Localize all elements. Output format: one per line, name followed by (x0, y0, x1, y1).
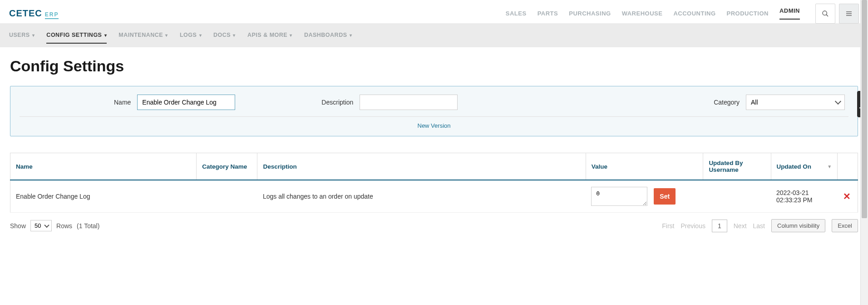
subnav-config-settings[interactable]: CONFIG SETTINGS ▾ (46, 32, 107, 44)
filter-category-select[interactable]: All (746, 95, 845, 110)
logo-main: CETEC (9, 8, 42, 19)
svg-point-0 (823, 11, 827, 15)
filter-panel: Name Description Category All New Versio… (10, 86, 858, 136)
scrollbar-thumb[interactable] (862, 0, 867, 218)
subnav-maintenance[interactable]: MAINTENANCE ▾ (118, 32, 168, 39)
filter-name-label: Name (114, 99, 131, 106)
table-footer: Show 50 Rows (1 Total) First Previous 1 … (10, 213, 858, 239)
new-version-link[interactable]: New Version (418, 122, 451, 129)
topnav-sales[interactable]: SALES (506, 10, 527, 17)
topnav-production[interactable]: PRODUCTION (727, 10, 769, 17)
cell-delete: ✕ (838, 180, 858, 213)
column-visibility-button[interactable]: Column visibility (771, 219, 825, 232)
cell-value: Set (586, 180, 703, 213)
th-updated-on[interactable]: Updated On ▼ (771, 153, 838, 180)
th-updated-by[interactable]: Updated By Username (703, 153, 771, 180)
search-icon (822, 10, 829, 17)
search-button[interactable] (815, 4, 835, 24)
filter-desc-input[interactable] (360, 95, 458, 110)
topnav-admin[interactable]: ADMIN (779, 7, 800, 20)
filter-category-label: Category (714, 99, 740, 106)
hamburger-icon (845, 10, 853, 17)
logo-sub: ERP (45, 11, 59, 19)
cell-updated-on: 2022-03-21 02:33:23 PM (771, 180, 838, 213)
cell-name: Enable Order Change Log (10, 180, 197, 213)
pager-previous[interactable]: Previous (681, 222, 705, 230)
svg-line-1 (826, 15, 828, 16)
vertical-scrollbar[interactable] (860, 0, 868, 252)
rows-label: Rows (56, 222, 72, 230)
topnav-accounting[interactable]: ACCOUNTING (673, 10, 715, 17)
pager-next[interactable]: Next (734, 222, 747, 230)
th-name[interactable]: Name (10, 153, 197, 180)
sub-nav: USERS ▾ CONFIG SETTINGS ▾ MAINTENANCE ▾ … (0, 24, 868, 47)
th-value[interactable]: Value (586, 153, 703, 180)
top-nav: SALES PARTS PURCHASING WAREHOUSE ACCOUNT… (506, 4, 859, 24)
cell-updated-by (703, 180, 771, 213)
topnav-warehouse[interactable]: WAREHOUSE (622, 10, 663, 17)
page-title: Config Settings (10, 57, 858, 75)
excel-button[interactable]: Excel (832, 219, 858, 232)
topnav-parts[interactable]: PARTS (538, 10, 558, 17)
filter-desc-label: Description (321, 99, 353, 106)
th-delete (838, 153, 858, 180)
filter-name-input[interactable] (137, 95, 235, 110)
pager-first[interactable]: First (662, 222, 674, 230)
delete-button[interactable]: ✕ (843, 191, 851, 201)
set-button[interactable]: Set (654, 188, 676, 205)
th-description[interactable]: Description (257, 153, 586, 180)
subnav-logs[interactable]: LOGS ▾ (180, 32, 202, 39)
subnav-users[interactable]: USERS ▾ (9, 32, 35, 39)
subnav-apis-more[interactable]: APIS & MORE ▾ (247, 32, 292, 39)
config-table: Name Category Name Description Value Upd… (10, 153, 858, 213)
th-category[interactable]: Category Name (197, 153, 257, 180)
table-row: Enable Order Change Log Logs all changes… (10, 180, 858, 213)
cell-description: Logs all changes to an order on update (257, 180, 586, 213)
topnav-purchasing[interactable]: PURCHASING (569, 10, 611, 17)
subnav-dashboards[interactable]: DASHBOARDS ▾ (304, 32, 352, 39)
value-input[interactable] (591, 187, 647, 206)
pager-current[interactable]: 1 (712, 220, 727, 232)
total-label: (1 Total) (77, 222, 99, 230)
menu-button[interactable] (839, 4, 859, 24)
pager-last[interactable]: Last (753, 222, 765, 230)
sort-desc-icon: ▼ (827, 164, 832, 169)
subnav-docs[interactable]: DOCS ▾ (213, 32, 236, 39)
show-label: Show (10, 222, 26, 230)
cell-category (197, 180, 257, 213)
logo[interactable]: CETEC ERP (9, 8, 59, 19)
rows-per-page-select[interactable]: 50 (30, 220, 52, 231)
